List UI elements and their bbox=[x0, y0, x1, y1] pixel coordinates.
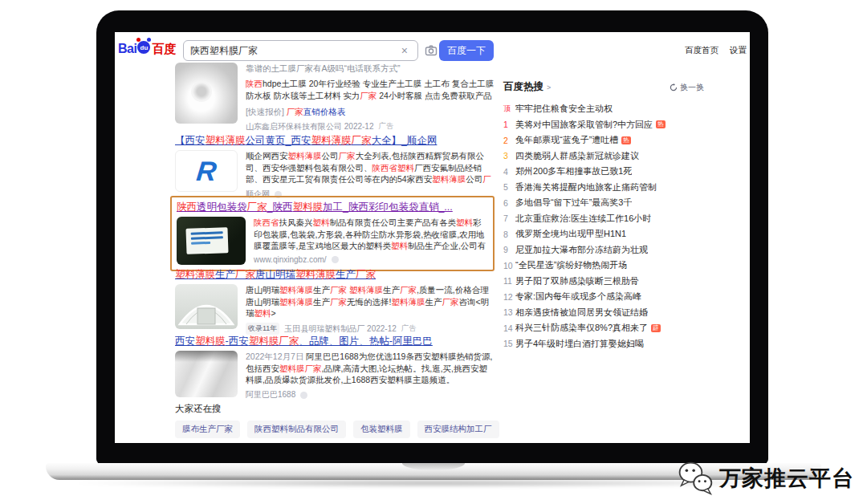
hot-item[interactable]: 14科兴三针防感染率仅8%?真相来了辟 bbox=[503, 320, 704, 336]
search-button[interactable]: 百度一下 bbox=[439, 40, 494, 61]
factory-sign-graphic bbox=[185, 227, 228, 254]
chevron-right-icon: > bbox=[547, 83, 551, 91]
result1-title[interactable]: 靠谱的土工膜厂家有A级吗“电话联系方式” bbox=[246, 63, 495, 75]
result1-description: 陕西hdpe土工膜 20年行业经验 专业生产土工膜 土工布 复合土工膜 防水板 … bbox=[246, 78, 495, 101]
ad-label: 广告 bbox=[401, 323, 417, 334]
result4-description: 唐山明瑞塑料薄膜生产厂家 塑料薄膜生产厂家,质量一流,价格合理唐山明瑞塑料薄膜生… bbox=[246, 284, 495, 319]
hot-item-label: 牢牢把住粮食安全主动权 bbox=[515, 103, 613, 115]
hot-item[interactable]: 12专家:国内每年或现多个感染高峰 bbox=[503, 289, 704, 305]
result3-meta: www.qinxingbz.com/ bbox=[254, 255, 488, 264]
hot-item-label: 四类脆弱人群感染新冠就诊建议 bbox=[515, 150, 639, 162]
hot-rank: 14 bbox=[503, 323, 515, 333]
info-icon[interactable] bbox=[332, 256, 339, 263]
hot-refresh-label: 换一换 bbox=[680, 82, 704, 93]
hot-item-label: 相亲遇疫情被迫同居男女领证结婚 bbox=[515, 307, 648, 319]
result3-title[interactable]: 陕西透明包装袋厂家_陕西塑料膜加工_陕西彩印包装袋直销_... bbox=[177, 201, 488, 213]
baidu-logo[interactable]: Bai du 百度 bbox=[118, 39, 176, 59]
hot-rank: 1 bbox=[503, 120, 515, 129]
nav-settings[interactable]: 设置 bbox=[730, 45, 747, 56]
hot-search-header: 百度热搜 > 换一换 bbox=[503, 80, 704, 94]
hot-item-label: “全民星选”缤纷好物热闹开场 bbox=[515, 259, 627, 271]
hot-item[interactable]: 7北京重症救治:医生连续工作16小时 bbox=[503, 211, 704, 227]
result1-meta: 山东鑫启环保科技有限公司 2022-12 广告 bbox=[246, 121, 495, 132]
hot-rank: 7 bbox=[503, 213, 515, 223]
baidu-logo-cn: 百度 bbox=[152, 42, 176, 57]
hot-item[interactable]: 13相亲遇疫情被迫同居男女领证结婚 bbox=[503, 305, 704, 321]
hot-item[interactable]: 2兔年邮票现“蓝兔子”遭吐槽热 bbox=[503, 132, 704, 148]
laptop-screen-bezel: Bai du 百度 × 百度一下 百度首页 设置 bbox=[96, 10, 768, 464]
hot-item[interactable]: 顶牢牢把住粮食安全主动权 bbox=[503, 101, 704, 117]
search-input[interactable] bbox=[190, 45, 398, 56]
result5-description: 2022年12月7日 阿里巴巴1688为您优选119条西安塑料膜热销货源,包括西… bbox=[246, 351, 495, 386]
hot-rank: 9 bbox=[503, 245, 515, 254]
hot-list: 顶牢牢把住粮食安全主动权1美将对中国旅客采取管制?中方回应热2兔年邮票现“蓝兔子… bbox=[503, 101, 704, 352]
hot-item-label: 多地倡导“留下过年”最高奖3千 bbox=[515, 197, 632, 209]
hot-badge: 热 bbox=[621, 136, 631, 144]
top-nav: 百度首页 设置 bbox=[685, 45, 747, 56]
shunqi-logo-icon: R bbox=[195, 156, 218, 187]
hot-item-label: 香港海关将提醒内地旅客止痛药管制 bbox=[515, 181, 657, 193]
hot-rank: 4 bbox=[503, 167, 515, 177]
hot-rank: 13 bbox=[503, 307, 515, 317]
related-tag[interactable]: 陕西塑料制品有限公司 bbox=[247, 421, 346, 438]
result2-title[interactable]: 【西安塑料薄膜公司黄页_西安塑料薄膜厂家大全】_顺企网 bbox=[175, 135, 495, 147]
hot-item[interactable]: 11男子阳了双肺感染咳断三根肋骨 bbox=[503, 274, 704, 290]
result2-thumbnail[interactable]: R bbox=[175, 150, 238, 192]
hot-rank: 15 bbox=[503, 339, 515, 348]
hot-rank: 2 bbox=[503, 136, 515, 145]
result5-source: 阿里巴巴1688 bbox=[246, 389, 295, 400]
hot-rank: 6 bbox=[503, 198, 515, 208]
indexed-years-badge: 收录11年 bbox=[246, 323, 279, 335]
hot-item[interactable]: 8俄罗斯全境均出现甲型H1N1 bbox=[503, 226, 704, 242]
result-mingrui: 塑料薄膜生产厂家唐山明瑞塑料薄膜生产厂家 唐山明瑞塑料薄膜生产厂家 塑料薄膜生产… bbox=[175, 269, 495, 335]
hot-search-title[interactable]: 百度热搜 bbox=[503, 80, 543, 94]
hot-rank: 10 bbox=[503, 261, 515, 270]
related-tag[interactable]: 西安膜结构加工厂 bbox=[417, 421, 499, 438]
result5-title[interactable]: 西安塑料膜-西安塑料膜厂家、品牌、图片、热帖-阿里巴巴 bbox=[175, 335, 495, 348]
hot-item[interactable]: 3四类脆弱人群感染新冠就诊建议 bbox=[503, 148, 704, 165]
hot-rank: 顶 bbox=[503, 104, 515, 114]
hot-rank: 8 bbox=[503, 230, 515, 239]
hot-refresh-button[interactable]: 换一换 bbox=[670, 82, 704, 93]
hot-item-label: 科兴三针防感染率仅8%?真相来了 bbox=[515, 322, 648, 334]
result-alibaba: 西安塑料膜-西安塑料膜厂家、品牌、图片、热帖-阿里巴巴 2022年12月7日 阿… bbox=[175, 335, 495, 400]
hot-rank: 5 bbox=[503, 182, 515, 192]
result4-meta: 收录11年 玉田县明瑞塑料制品厂 2022-12 广告 bbox=[246, 323, 495, 335]
result3-url[interactable]: www.qinxingbz.com/ bbox=[254, 255, 327, 264]
result5-thumbnail[interactable] bbox=[175, 351, 238, 397]
hot-item[interactable]: 4郑州200多车相撞事故已致1死 bbox=[503, 164, 704, 180]
baidu-logo-bai: Bai bbox=[118, 42, 136, 56]
baidu-logo-du: du bbox=[140, 44, 149, 51]
hot-item[interactable]: 9尼亚加拉大瀑布部分冻结蔚为壮观 bbox=[503, 242, 704, 258]
result2-description: 顺企网西安塑料薄膜公司厂家大全列表,包括陕西精辉贸易有限公司、西安华强塑料包装有… bbox=[246, 150, 495, 185]
watermark-brand: 万家推云平台 bbox=[719, 464, 854, 493]
result4-thumbnail[interactable] bbox=[175, 284, 238, 329]
hot-item-label: 北京重症救治:医生连续工作16小时 bbox=[515, 213, 651, 225]
result1-quick-quote-link[interactable]: [快速报价] 厂家直销价格表 bbox=[246, 106, 495, 118]
related-tag[interactable]: 膜布生产厂家 bbox=[175, 421, 240, 438]
hot-item[interactable]: 6多地倡导“留下过年”最高奖3千 bbox=[503, 195, 704, 211]
hot-badge: 热 bbox=[656, 120, 666, 128]
hot-item-label: 男子阳了双肺感染咳断三根肋骨 bbox=[515, 275, 639, 287]
info-icon[interactable] bbox=[300, 392, 307, 399]
result3-thumbnail[interactable] bbox=[177, 217, 246, 265]
hot-item[interactable]: 10“全民星选”缤纷好物热闹开场 bbox=[503, 258, 704, 274]
hot-item[interactable]: 15男子4年级时埋白酒打算娶媳妇喝 bbox=[503, 336, 704, 352]
search-box[interactable]: × bbox=[183, 40, 418, 61]
page: Bai du 百度 × 百度一下 百度首页 设置 bbox=[0, 0, 867, 504]
hot-item[interactable]: 1美将对中国旅客采取管制?中方回应热 bbox=[503, 117, 704, 133]
related-tag[interactable]: 包装塑料膜 bbox=[353, 421, 410, 438]
hot-item-label: 兔年邮票现“蓝兔子”遭吐槽 bbox=[515, 134, 618, 146]
hot-item-label: 俄罗斯全境均出现甲型H1N1 bbox=[515, 228, 626, 240]
result5-meta: 阿里巴巴1688 bbox=[246, 389, 495, 400]
result-shunqiwang: 【西安塑料薄膜公司黄页_西安塑料薄膜厂家大全】_顺企网 R 顺企网西安塑料薄膜公… bbox=[175, 135, 495, 200]
hot-item[interactable]: 5香港海关将提醒内地旅客止痛药管制 bbox=[503, 180, 704, 196]
wechat-icon bbox=[676, 459, 714, 498]
browser-viewport: Bai du 百度 × 百度一下 百度首页 设置 bbox=[115, 32, 750, 443]
camera-icon[interactable] bbox=[425, 44, 438, 57]
nav-baidu-home[interactable]: 百度首页 bbox=[685, 45, 718, 56]
result4-title[interactable]: 塑料薄膜生产厂家唐山明瑞塑料薄膜生产厂家 bbox=[175, 269, 495, 281]
result1-thumbnail[interactable] bbox=[175, 63, 238, 124]
clear-icon[interactable]: × bbox=[398, 45, 411, 56]
hot-item-label: 专家:国内每年或现多个感染高峰 bbox=[515, 291, 641, 303]
